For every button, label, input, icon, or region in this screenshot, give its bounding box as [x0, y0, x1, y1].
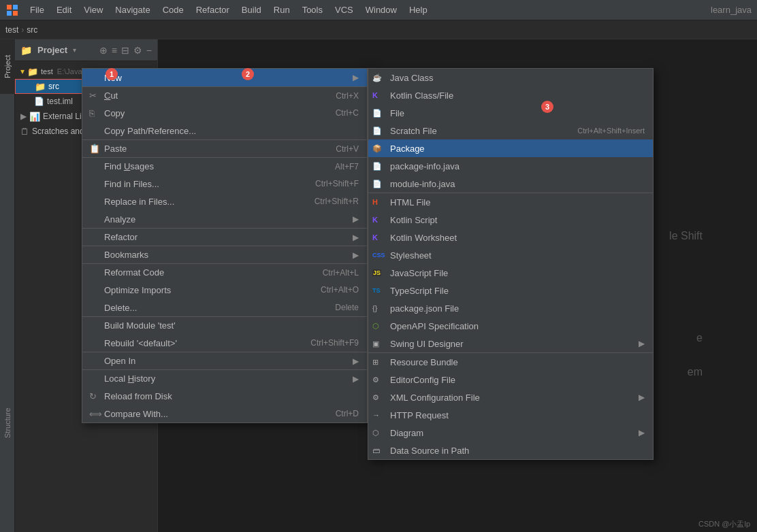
badge-2: 2: [242, 68, 254, 80]
project-icon-settings[interactable]: ⚙: [133, 45, 142, 56]
hint-em: em: [688, 366, 703, 378]
ctx-item-find-files[interactable]: Find in Files... Ctrl+Shift+F: [82, 175, 367, 193]
badge-1: 1: [106, 68, 118, 80]
svg-rect-0: [7, 5, 12, 10]
ctx-item-delete[interactable]: Delete... Delete: [82, 299, 367, 316]
bottom-right-label: CSDN @小盂lp: [694, 518, 754, 531]
breadcrumb-src[interactable]: src: [27, 25, 37, 35]
sub-item-package-json[interactable]: {} package.json File: [368, 299, 653, 317]
sub-item-js[interactable]: JS JavaScript File: [368, 264, 653, 282]
sidebar-tab-project[interactable]: Project: [0, 39, 15, 94]
sub-item-module-info[interactable]: 📄 module-info.java: [368, 175, 653, 193]
sub-item-kotlin-class[interactable]: K Kotlin Class/File: [368, 86, 653, 104]
ctx-item-new[interactable]: New ▶: [82, 69, 367, 86]
ctx-item-copy-path[interactable]: Copy Path/Reference...: [82, 122, 367, 139]
ctx-item-reformat[interactable]: Reformat Code Ctrl+Alt+L: [82, 263, 367, 281]
ctx-item-rebuild[interactable]: Rebuild '<default>' Ctrl+Shift+F9: [82, 334, 367, 352]
menu-build[interactable]: Build: [236, 3, 267, 17]
sub-item-html[interactable]: H HTML File: [368, 193, 653, 211]
submenu-new: ☕ Java Class K Kotlin Class/File 📄 File …: [368, 68, 654, 460]
menu-navigate[interactable]: Navigate: [110, 3, 155, 17]
project-panel-header: 📁 Project ▾ ⊕ ≡ ⊟ ⚙ −: [15, 39, 157, 61]
ctx-item-compare[interactable]: ⟺ Compare With... Ctrl+D: [82, 405, 367, 422]
ctx-item-refactor[interactable]: Refactor ▶: [82, 228, 367, 246]
ctx-item-local-history[interactable]: Local History ▶: [82, 369, 367, 387]
sub-item-diagram[interactable]: ⬡ Diagram ▶: [368, 424, 653, 442]
sub-item-package[interactable]: 📦 Package: [368, 139, 653, 157]
ctx-item-open-in[interactable]: Open In ▶: [82, 352, 367, 369]
menu-view[interactable]: View: [78, 3, 108, 17]
menu-run[interactable]: Run: [268, 3, 295, 17]
sub-item-java-class[interactable]: ☕ Java Class: [368, 69, 653, 86]
menu-help[interactable]: Help: [404, 3, 433, 17]
breadcrumb-test[interactable]: test: [5, 25, 18, 35]
ctx-item-replace-files[interactable]: Replace in Files... Ctrl+Shift+R: [82, 193, 367, 210]
menu-window[interactable]: Window: [360, 3, 402, 17]
menu-vcs[interactable]: VCS: [329, 3, 359, 17]
ctx-item-paste[interactable]: 📋 Paste Ctrl+V: [82, 139, 367, 157]
project-icon-list[interactable]: ≡: [112, 45, 117, 56]
app-title: learn_java: [711, 5, 752, 15]
project-dropdown-arrow[interactable]: ▾: [73, 46, 76, 54]
svg-rect-2: [7, 11, 12, 16]
sub-item-ts[interactable]: TS TypeScript File: [368, 282, 653, 299]
project-header-icons: ⊕ ≡ ⊟ ⚙ −: [99, 45, 152, 56]
project-icon-minimize[interactable]: −: [146, 45, 152, 56]
sub-item-file[interactable]: 📄 File: [368, 104, 653, 122]
ctx-item-build[interactable]: Build Module 'test': [82, 316, 367, 334]
menubar: File Edit View Navigate Code Refactor Bu…: [0, 0, 757, 20]
svg-rect-3: [13, 11, 18, 16]
app-logo: [5, 3, 19, 17]
hint-e: e: [696, 332, 703, 344]
left-side-tabs: Project Structure: [0, 39, 15, 532]
ctx-item-copy[interactable]: ⎘ Copy Ctrl+C: [82, 104, 367, 122]
sub-item-stylesheet[interactable]: CSS Stylesheet: [368, 246, 653, 264]
sidebar-tab-structure[interactable]: Structure: [0, 396, 15, 450]
menu-refactor[interactable]: Refactor: [191, 3, 235, 17]
ctx-item-bookmarks[interactable]: Bookmarks ▶: [82, 246, 367, 263]
project-panel-title: Project: [37, 45, 67, 55]
project-icon-filter[interactable]: ⊟: [121, 45, 129, 56]
svg-rect-1: [13, 5, 18, 10]
sub-item-editorconfig[interactable]: ⚙ EditorConfig File: [368, 371, 653, 388]
breadcrumb-bar: test › src: [0, 20, 757, 39]
sub-item-kotlin-worksheet[interactable]: K Kotlin Worksheet: [368, 229, 653, 246]
ctx-item-reload[interactable]: ↻ Reload from Disk: [82, 387, 367, 405]
context-menu: New ▶ ✂ Cut Ctrl+X ⎘ Copy Ctrl+C Copy Pa…: [82, 68, 368, 423]
sub-item-package-info[interactable]: 📄 package-info.java: [368, 157, 653, 175]
menu-edit[interactable]: Edit: [51, 3, 77, 17]
sub-item-http[interactable]: → HTTP Request: [368, 406, 653, 424]
ctx-item-optimize[interactable]: Optimize Imports Ctrl+Alt+O: [82, 281, 367, 299]
ctx-item-find-usages[interactable]: Find Usages Alt+F7: [82, 157, 367, 175]
sub-item-openapi[interactable]: ⬡ OpenAPI Specification: [368, 317, 653, 335]
badge-3: 3: [541, 101, 553, 113]
breadcrumb-sep: ›: [21, 25, 24, 35]
menu-code[interactable]: Code: [157, 3, 189, 17]
menu-tools[interactable]: Tools: [297, 3, 328, 17]
sub-item-swing[interactable]: ▣ Swing UI Designer ▶: [368, 335, 653, 352]
sub-item-kotlin-script[interactable]: K Kotlin Script: [368, 211, 653, 229]
menu-file[interactable]: File: [25, 3, 50, 17]
hint-shift: le Shift: [669, 230, 703, 242]
ctx-item-analyze[interactable]: Analyze ▶: [82, 210, 367, 228]
sub-item-data-source[interactable]: 🗃 Data Source in Path: [368, 442, 653, 459]
sub-item-resource-bundle[interactable]: ⊞ Resource Bundle: [368, 353, 653, 371]
sub-item-xml-config[interactable]: ⚙ XML Configuration File ▶: [368, 388, 653, 406]
ctx-item-cut[interactable]: ✂ Cut Ctrl+X: [82, 86, 367, 104]
sub-item-scratch-file[interactable]: 📄 Scratch File Ctrl+Alt+Shift+Insert: [368, 122, 653, 139]
project-icon-add[interactable]: ⊕: [99, 45, 108, 56]
